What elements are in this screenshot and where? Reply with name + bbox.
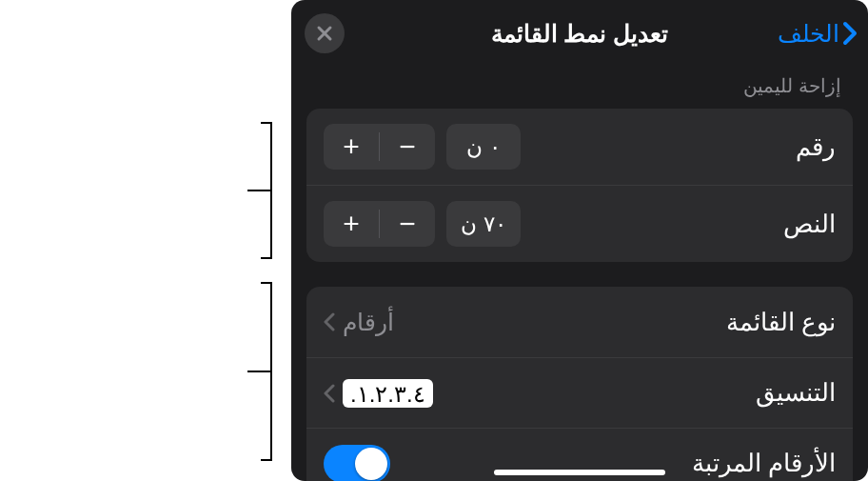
list-format-value: ١.٢.٣.٤. — [343, 379, 433, 408]
list-format-label: التنسيق — [756, 378, 836, 408]
callout-bracket-indent — [270, 122, 272, 259]
stepper-divider — [379, 210, 380, 238]
chevron-right-icon — [841, 20, 858, 47]
indent-text-label: النص — [783, 210, 836, 239]
indent-card: رقم ٠ ن − + النص ٧٠ ن − + — [306, 109, 853, 262]
list-style-panel: الخلف تعديل نمط القائمة إزاحة لليمين رقم… — [291, 0, 868, 481]
back-label: الخلف — [778, 20, 839, 48]
indent-text-decrement[interactable]: − — [380, 201, 435, 247]
indent-section-label: إزاحة لليمين — [291, 67, 868, 109]
indent-number-row: رقم ٠ ن − + — [306, 109, 853, 185]
back-button[interactable]: الخلف — [778, 0, 858, 67]
home-indicator — [494, 470, 665, 475]
list-settings-card: نوع القائمة أرقام التنسيق ١.٢.٣.٤. الأرق… — [306, 287, 853, 481]
indent-number-stepper: − + — [324, 124, 435, 170]
chevron-left-icon — [324, 312, 335, 331]
indent-text-value[interactable]: ٧٠ ن — [446, 201, 521, 247]
list-format-row[interactable]: التنسيق ١.٢.٣.٤. — [306, 357, 853, 428]
stepper-divider — [379, 132, 380, 161]
list-type-label: نوع القائمة — [726, 308, 836, 337]
toggle-knob — [355, 448, 387, 480]
indent-number-increment[interactable]: + — [324, 124, 379, 170]
indent-text-increment[interactable]: + — [324, 201, 379, 247]
close-icon — [316, 25, 333, 42]
close-button[interactable] — [305, 13, 345, 53]
indent-number-label: رقم — [796, 132, 836, 162]
indent-text-stepper: − + — [324, 201, 435, 247]
tiered-numbers-label: الأرقام المرتبة — [692, 449, 836, 478]
panel-header: الخلف تعديل نمط القائمة — [291, 0, 868, 67]
list-type-value: أرقام — [343, 309, 394, 336]
list-type-row[interactable]: نوع القائمة أرقام — [306, 287, 853, 357]
indent-number-decrement[interactable]: − — [380, 124, 435, 170]
indent-number-value[interactable]: ٠ ن — [446, 124, 521, 170]
callout-bracket-list — [270, 282, 272, 461]
chevron-left-icon — [324, 384, 335, 403]
indent-text-row: النص ٧٠ ن − + — [306, 185, 853, 262]
tiered-numbers-toggle[interactable] — [324, 445, 390, 482]
panel-title: تعديل نمط القائمة — [491, 20, 669, 48]
